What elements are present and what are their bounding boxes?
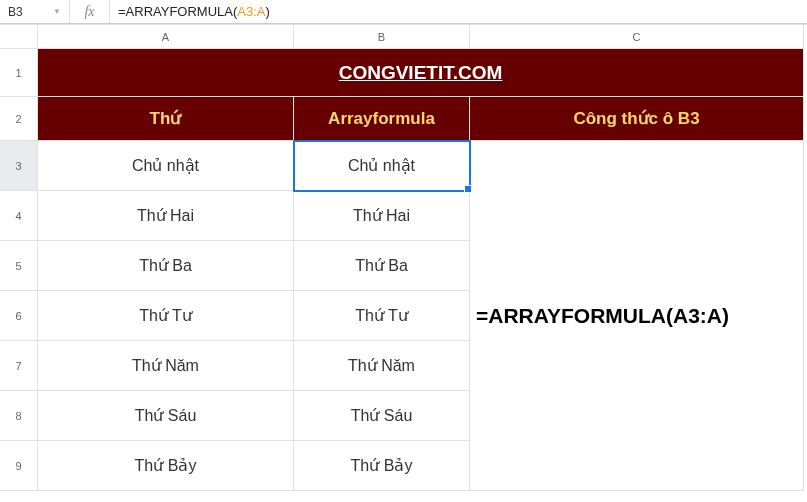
cell-b3[interactable]: Chủ nhật: [294, 141, 470, 191]
cell-a5[interactable]: Thứ Ba: [38, 241, 294, 291]
cell-c3-formula[interactable]: =ARRAYFORMULA(A3:A): [470, 141, 804, 491]
row-header-5[interactable]: 5: [0, 241, 38, 291]
row-header-1[interactable]: 1: [0, 49, 38, 97]
formula-bar: B3 ▼ fx =ARRAYFORMULA(A3:A): [0, 0, 807, 24]
formula-input[interactable]: =ARRAYFORMULA(A3:A): [110, 0, 807, 23]
formula-ref: A3:A: [237, 4, 265, 19]
header-a[interactable]: Thứ: [38, 97, 294, 141]
cell-b5[interactable]: Thứ Ba: [294, 241, 470, 291]
row-header-2[interactable]: 2: [0, 97, 38, 141]
cell-b9[interactable]: Thứ Bảy: [294, 441, 470, 491]
header-b[interactable]: Arrayformula: [294, 97, 470, 141]
row-header-8[interactable]: 8: [0, 391, 38, 441]
cell-a7[interactable]: Thứ Năm: [38, 341, 294, 391]
col-header-b[interactable]: B: [294, 25, 470, 49]
corner-cell[interactable]: [0, 25, 38, 49]
fx-icon[interactable]: fx: [70, 0, 110, 23]
chevron-down-icon: ▼: [53, 7, 61, 16]
title-cell[interactable]: CONGVIETIT.COM: [38, 49, 804, 97]
cell-a3[interactable]: Chủ nhật: [38, 141, 294, 191]
formula-suffix: ): [266, 4, 270, 19]
row-header-6[interactable]: 6: [0, 291, 38, 341]
header-c[interactable]: Công thức ô B3: [470, 97, 804, 141]
name-box-value: B3: [8, 5, 23, 19]
cell-b4[interactable]: Thứ Hai: [294, 191, 470, 241]
cell-b6[interactable]: Thứ Tư: [294, 291, 470, 341]
row-header-7[interactable]: 7: [0, 341, 38, 391]
cell-a8[interactable]: Thứ Sáu: [38, 391, 294, 441]
col-header-a[interactable]: A: [38, 25, 294, 49]
formula-prefix: =ARRAYFORMULA(: [118, 4, 237, 19]
name-box[interactable]: B3 ▼: [0, 0, 70, 23]
row-header-4[interactable]: 4: [0, 191, 38, 241]
cell-a4[interactable]: Thứ Hai: [38, 191, 294, 241]
col-header-c[interactable]: C: [470, 25, 804, 49]
cell-a6[interactable]: Thứ Tư: [38, 291, 294, 341]
cell-b7[interactable]: Thứ Năm: [294, 341, 470, 391]
cell-a9[interactable]: Thứ Bảy: [38, 441, 294, 491]
spreadsheet-grid: A B C 1 CONGVIETIT.COM 2 Thứ Arrayformul…: [0, 24, 807, 491]
cell-b8[interactable]: Thứ Sáu: [294, 391, 470, 441]
row-header-9[interactable]: 9: [0, 441, 38, 491]
row-header-3[interactable]: 3: [0, 141, 38, 191]
